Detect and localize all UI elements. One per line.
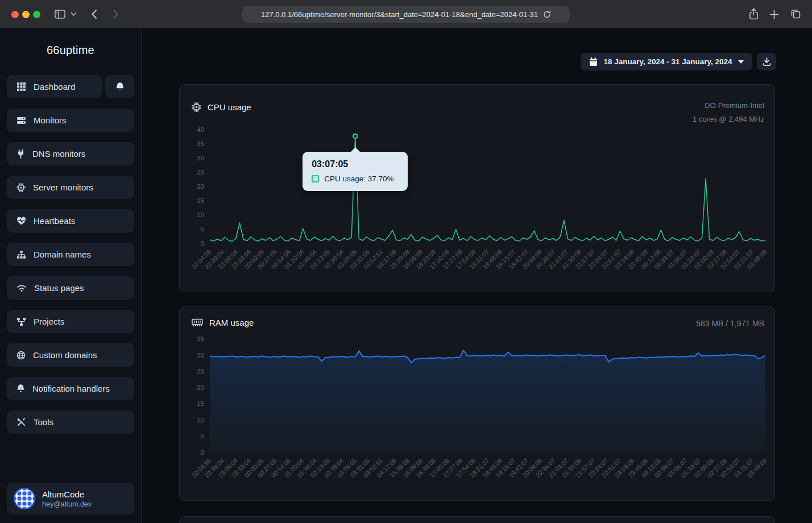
nav-row: Domain names xyxy=(7,243,134,266)
sidebar-item-monitors[interactable]: Monitors xyxy=(7,109,134,132)
hover-marker xyxy=(353,134,358,139)
sidebar-item-domain-names[interactable]: Domain names xyxy=(7,243,134,266)
wifi-icon xyxy=(16,284,27,292)
url-bar[interactable]: 127.0.0.1/66uptime/server-monitor/3&star… xyxy=(242,6,570,23)
y-axis-tick: 15 xyxy=(180,400,204,408)
chart-tooltip: 03:07:05 CPU usage: 37.70% xyxy=(303,152,408,191)
new-tab-icon[interactable] xyxy=(769,10,779,19)
sidebar-item-label: Heartbeats xyxy=(34,216,75,226)
ram-usage-card: RAM usage 583 MB / 1,971 MB 353025201510… xyxy=(179,306,775,501)
cpu-chart-canvas[interactable] xyxy=(210,124,765,244)
card-title: CPU usage xyxy=(208,102,251,112)
sidebar-item-label: Projects xyxy=(34,317,64,326)
y-axis-tick: 0 xyxy=(180,449,204,456)
back-icon[interactable] xyxy=(91,9,97,19)
zoom-button[interactable] xyxy=(33,11,40,18)
nav-row: Status pages xyxy=(7,276,134,300)
chevron-down-icon[interactable] xyxy=(71,12,77,16)
sidebar-item-label: Status pages xyxy=(34,283,84,293)
app: 66uptime DashboardMonitorsDNS monitorsSe… xyxy=(0,28,812,523)
sidebar-item-dashboard[interactable]: Dashboard xyxy=(7,75,102,98)
y-axis-tick: 20 xyxy=(180,384,204,392)
cpu-usage-card: CPU usage DO-Premium-Intel 1 cores @ 2,4… xyxy=(179,84,775,292)
download-report-button[interactable] xyxy=(757,53,776,70)
y-axis-tick: 35 xyxy=(180,140,204,148)
date-range-picker[interactable]: 18 January, 2024 - 31 January, 2024 xyxy=(581,53,752,70)
y-axis-tick: 25 xyxy=(180,367,204,375)
tooltip-value: CPU usage: 37.70% xyxy=(324,175,393,183)
close-button[interactable] xyxy=(11,11,19,18)
microchip-icon xyxy=(192,102,201,112)
sidebar-item-label: DNS monitors xyxy=(32,149,85,159)
y-axis-tick: 10 xyxy=(180,416,204,424)
nav-row: DNS monitors xyxy=(7,142,134,165)
sidebar-item-dns-monitors[interactable]: DNS monitors xyxy=(7,142,134,165)
sidebar-item-label: Server monitors xyxy=(33,182,93,192)
sidebar-toggle-icon[interactable] xyxy=(55,9,65,19)
y-axis-tick: 40 xyxy=(180,126,204,134)
user-name: AltumCode xyxy=(42,489,92,500)
user-email: hey@altum.dev xyxy=(42,500,92,509)
y-axis-tick: 5 xyxy=(180,432,204,440)
sidebar-item-custom-domains[interactable]: Custom domains xyxy=(7,343,134,367)
sidebar-item-label: Monitors xyxy=(34,115,67,125)
tools-icon xyxy=(16,417,26,427)
grid-icon xyxy=(16,82,26,92)
nav-row: Server monitors xyxy=(7,176,134,199)
nav-row: Projects xyxy=(7,310,134,333)
sidebar-item-label: Dashboard xyxy=(34,82,75,92)
minimize-button[interactable] xyxy=(22,11,30,18)
tooltip-time: 03:07:05 xyxy=(312,159,399,169)
server-icon xyxy=(16,116,26,125)
nav-row: Monitors xyxy=(7,109,134,132)
date-range-label: 18 January, 2024 - 31 January, 2024 xyxy=(603,57,732,66)
user-card[interactable]: AltumCode hey@altum.dev xyxy=(7,483,134,514)
series-swatch xyxy=(312,175,319,182)
y-axis-tick: 5 xyxy=(180,225,204,233)
y-axis-tick: 20 xyxy=(180,182,204,190)
browser-window: 127.0.0.1/66uptime/server-monitor/3&star… xyxy=(0,0,812,523)
sidebar-item-projects[interactable]: Projects xyxy=(7,310,134,333)
calendar-icon xyxy=(589,57,598,67)
y-axis-tick: 10 xyxy=(180,211,204,219)
avatar xyxy=(14,488,35,509)
microchip-icon xyxy=(16,183,26,192)
sidebar-item-heartbeats[interactable]: Heartbeats xyxy=(7,209,134,233)
y-axis-tick: 25 xyxy=(180,168,204,176)
caret-down-icon xyxy=(738,60,744,64)
sidebar-item-server-monitors[interactable]: Server monitors xyxy=(7,176,134,199)
forward-icon[interactable] xyxy=(113,9,119,19)
nav-row: Tools xyxy=(7,410,134,434)
sidebar-item-tools[interactable]: Tools xyxy=(7,410,134,434)
memory-icon xyxy=(192,318,203,327)
bell-icon xyxy=(16,384,25,393)
nav-row: Dashboard xyxy=(7,75,134,98)
sitemap-icon xyxy=(16,250,26,259)
notifications-button[interactable] xyxy=(105,75,134,98)
y-axis-tick: 35 xyxy=(180,335,204,343)
sidebar: 66uptime DashboardMonitorsDNS monitorsSe… xyxy=(0,28,142,523)
nav-row: Custom domains xyxy=(7,343,134,367)
download-icon xyxy=(763,57,771,66)
sidebar-item-label: Custom domains xyxy=(33,350,97,360)
reload-icon[interactable] xyxy=(543,10,551,19)
sidebar-item-notification-handlers[interactable]: Notification handlers xyxy=(7,377,134,400)
card-title: RAM usage xyxy=(209,318,254,327)
tab-overview-icon[interactable] xyxy=(790,9,801,20)
sidebar-item-label: Domain names xyxy=(34,250,91,259)
globe-icon xyxy=(16,351,26,360)
server-meta: DO-Premium-Intel 1 cores @ 2,494 MHz xyxy=(693,99,764,126)
sidebar-item-status-pages[interactable]: Status pages xyxy=(7,276,134,300)
diagram-icon xyxy=(16,317,26,326)
nav-row: Notification handlers xyxy=(7,377,134,400)
heart-pulse-icon xyxy=(16,217,26,226)
share-icon[interactable] xyxy=(748,8,759,20)
server-name: DO-Premium-Intel xyxy=(693,99,764,113)
sidebar-item-label: Notification handlers xyxy=(32,384,110,393)
ram-meta: 583 MB / 1,971 MB xyxy=(696,319,764,328)
sidebar-item-label: Tools xyxy=(34,417,53,427)
nav-row: Heartbeats xyxy=(7,209,134,233)
y-axis-tick: 15 xyxy=(180,197,204,205)
ram-chart-canvas[interactable] xyxy=(210,333,765,454)
y-axis-tick: 30 xyxy=(180,351,204,359)
